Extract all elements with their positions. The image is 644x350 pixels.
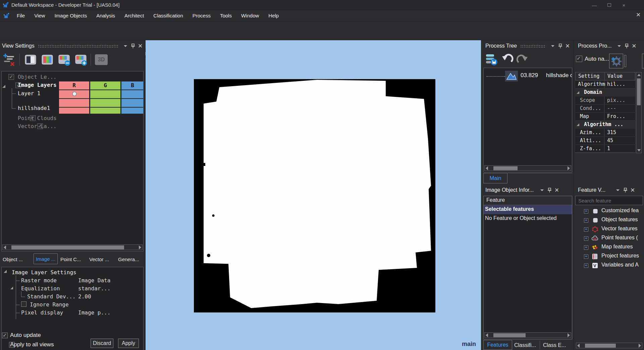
no-selection-row[interactable]: No Feature or Object selected [485, 215, 556, 221]
value-column-header[interactable]: Value [604, 72, 635, 80]
auto-name-checkbox[interactable] [576, 56, 582, 62]
hillshade-green-cell[interactable] [90, 99, 120, 107]
scroll-thumb[interactable] [493, 166, 518, 170]
feature-item-customized[interactable]: Customized fea [601, 208, 639, 214]
menu-file[interactable]: File [12, 10, 30, 21]
process-properties-header[interactable]: Process Pro... ✕ [574, 42, 644, 50]
clipped-button[interactable] [642, 54, 644, 68]
menu-process[interactable]: Process [188, 10, 215, 21]
process-tree-hscrollbar[interactable] [484, 165, 571, 171]
pin-icon[interactable] [129, 43, 137, 49]
expand-plus-icon[interactable] [584, 218, 588, 223]
prop-row-altitude[interactable]: Alti... 45 [575, 137, 635, 145]
chevron-down-icon[interactable] [122, 43, 129, 49]
algorithm-settings-button[interactable] [609, 54, 623, 68]
chevron-down-icon[interactable] [549, 43, 556, 49]
layer-tree-hscrollbar[interactable] [2, 244, 143, 250]
pin-icon[interactable] [622, 187, 629, 193]
setting-column-header[interactable]: Setting [576, 72, 604, 80]
scroll-right-icon[interactable] [568, 333, 570, 337]
feature-item-object[interactable]: Object features [601, 217, 638, 223]
toolbar-sliver-button[interactable] [624, 55, 626, 67]
tab-classification[interactable]: Classifi... [514, 341, 536, 350]
mix-three-layers-button[interactable] [41, 54, 53, 66]
edit-layer-list-button[interactable] [3, 53, 16, 68]
scroll-thumb[interactable] [493, 333, 526, 337]
close-icon[interactable]: ✕ [629, 187, 636, 193]
close-document-icon[interactable]: ✕ [636, 12, 641, 18]
auto-update-label[interactable]: Auto update [10, 332, 41, 339]
tab-image[interactable]: Image ... [34, 253, 58, 264]
ignore-range-label[interactable]: Ignore Range [30, 301, 69, 308]
auto-name-label[interactable]: Auto na... [585, 56, 609, 62]
close-icon[interactable]: ✕ [553, 187, 560, 193]
menu-view[interactable]: View [30, 10, 50, 21]
prop-row-azimuth[interactable]: Azim... 315 [575, 129, 635, 137]
feature-column-header[interactable]: Feature [486, 197, 505, 203]
chevron-down-icon[interactable] [614, 187, 622, 193]
feature-search-box[interactable] [575, 196, 643, 205]
apply-button[interactable]: Apply [118, 339, 139, 348]
hillshade-red-cell[interactable] [59, 99, 89, 107]
layer-row-hillshade1[interactable]: hillshade1 [18, 105, 50, 111]
raster-mode-label[interactable]: Raster mode [21, 277, 57, 284]
layer-row-image-layers[interactable]: Image Layers [18, 82, 57, 88]
image-object-info-header[interactable]: Image Object Infor... ✕ [482, 186, 573, 194]
tab-vector[interactable]: Vector ... [89, 254, 109, 264]
selectable-features-row[interactable]: Selectable features [485, 206, 534, 212]
scroll-right-icon[interactable] [139, 245, 141, 249]
feature-view-hscrollbar[interactable] [576, 343, 642, 348]
feature-item-variables[interactable]: Variables and A [601, 262, 639, 268]
pin-icon[interactable] [623, 43, 630, 49]
scroll-thumb[interactable] [585, 344, 616, 348]
stddev-value[interactable]: 2.00 [78, 293, 91, 300]
prop-group-algorithm-params[interactable]: Algorithm ... [575, 121, 635, 129]
chevron-down-icon[interactable] [615, 43, 623, 49]
discard-button[interactable]: Discard [91, 339, 113, 348]
prop-row-scope[interactable]: Scope pix... [575, 97, 635, 105]
menu-architect[interactable]: Architect [120, 10, 149, 21]
tab-object[interactable]: Object ... [3, 254, 23, 264]
scroll-left-icon[interactable] [486, 333, 488, 337]
panel-grip[interactable] [38, 45, 118, 48]
expand-plus-icon[interactable] [584, 264, 588, 268]
scroll-thumb[interactable] [11, 245, 124, 249]
prop-row-zfactor[interactable]: Z-fa... 1 [575, 145, 635, 153]
view-3d-button[interactable]: 3D [95, 54, 108, 65]
hillshade-red-cell2[interactable] [59, 108, 89, 114]
layer-row-object-levels[interactable]: Object Le... [18, 74, 57, 80]
expand-plus-icon[interactable] [584, 245, 588, 250]
expander-icon[interactable] [577, 123, 579, 126]
scroll-down-icon[interactable] [637, 149, 641, 152]
expander-icon[interactable] [577, 91, 579, 94]
channel-header-blue[interactable]: B [121, 81, 144, 90]
pin-icon[interactable] [556, 43, 564, 49]
scroll-left-icon[interactable] [486, 166, 488, 170]
undo-button[interactable] [501, 52, 514, 68]
view-settings-header[interactable]: View Settings ✕ [0, 42, 145, 50]
expand-plus-icon[interactable] [584, 209, 588, 214]
tab-class-evaluation[interactable]: Class E... [543, 341, 566, 350]
menu-help[interactable]: Help [264, 10, 283, 21]
equalization-label[interactable]: Equalization [21, 285, 60, 292]
pixel-display-label[interactable]: Pixel display [21, 309, 63, 316]
process-tree-header[interactable]: Process Tree ✕ [482, 42, 573, 50]
map-viewport[interactable]: main [146, 40, 481, 350]
restore-icon[interactable] [602, 1, 616, 9]
expander-icon[interactable] [2, 85, 5, 88]
single-layer-view-button[interactable] [24, 54, 37, 66]
tab-point-cloud[interactable]: Point C... [60, 254, 81, 264]
close-icon[interactable]: ✕ [630, 43, 638, 49]
chevron-down-icon[interactable] [538, 187, 546, 193]
layer-row-vector-layers[interactable]: Vector La... [18, 123, 57, 129]
feature-item-project[interactable]: Project features [601, 253, 639, 259]
layer1-red-cell[interactable] [59, 90, 89, 98]
process-item-number[interactable]: 03.829 [521, 72, 538, 79]
panel-grip[interactable] [520, 45, 546, 48]
expand-plus-icon[interactable] [584, 227, 588, 232]
prop-row-algorithm[interactable]: Algorithm hil... [575, 80, 635, 89]
close-icon[interactable]: ✕ [564, 43, 571, 49]
expander-icon[interactable] [10, 287, 13, 289]
tab-general[interactable]: Genera... [118, 254, 139, 264]
layer-row-point-clouds[interactable]: Point Clouds [18, 115, 57, 121]
